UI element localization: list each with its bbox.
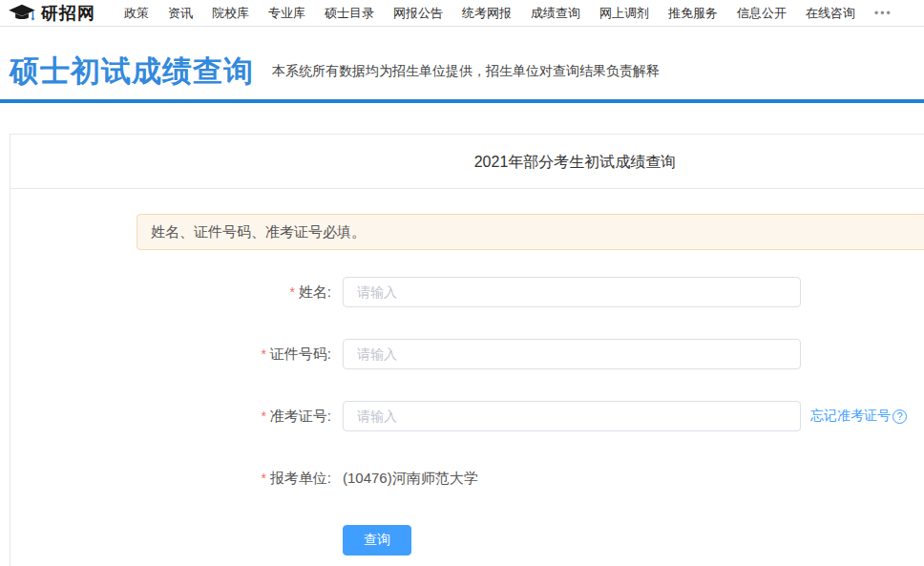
nav-item-info-disclosure[interactable]: 信息公开: [737, 5, 787, 22]
nav-item-policy[interactable]: 政策: [124, 5, 149, 22]
unit-label: *报考单位:: [10, 470, 331, 488]
nav-item-master-catalog[interactable]: 硕士目录: [325, 5, 374, 22]
required-asterisk: *: [261, 409, 265, 424]
nav-item-exempt-service[interactable]: 推免服务: [668, 5, 718, 22]
page-header: 硕士初试成绩查询 本系统所有数据均为招生单位提供，招生单位对查询结果负责解释: [0, 27, 924, 99]
graduation-cap-icon: [8, 3, 36, 24]
top-nav-menu: 政策 资讯 院校库 专业库 硕士目录 网报公告 统考网报 成绩查询 网上调剂 推…: [124, 5, 892, 22]
required-asterisk: *: [289, 284, 294, 300]
required-asterisk: *: [261, 471, 265, 486]
nav-item-colleges[interactable]: 院校库: [212, 5, 249, 22]
more-menu-icon[interactable]: •••: [874, 7, 892, 20]
nav-item-news[interactable]: 资讯: [168, 5, 193, 22]
form-row-name: *姓名:: [10, 277, 924, 307]
form-row-submit: 查询: [10, 525, 924, 556]
form-row-unit: *报考单位: (10476)河南师范大学: [10, 463, 924, 493]
unit-value: (10476)河南师范大学: [343, 470, 478, 488]
header-divider-line: [0, 99, 924, 103]
page-subtitle: 本系统所有数据均为招生单位提供，招生单位对查询结果负责解释: [272, 63, 660, 80]
form-row-id-number: *证件号码:: [10, 339, 924, 369]
score-query-panel: 2021年部分考生初试成绩查询 姓名、证件号码、准考证号必填。 *姓名: *证件…: [10, 134, 924, 566]
id-number-input[interactable]: [343, 339, 801, 369]
forgot-ticket-link[interactable]: 忘记准考证号?: [810, 408, 907, 425]
score-query-form: *姓名: *证件号码: *准考证号: 忘记准考证号? *报考单位: (10476…: [10, 277, 924, 556]
panel-title: 2021年部分考生初试成绩查询: [10, 135, 924, 189]
nav-item-online-consult[interactable]: 在线咨询: [806, 5, 855, 22]
name-input[interactable]: [343, 277, 801, 307]
required-asterisk: *: [261, 346, 265, 362]
name-label: *姓名:: [10, 283, 331, 302]
required-fields-notice: 姓名、证件号码、准考证号必填。: [136, 214, 924, 250]
nav-item-online-registration[interactable]: 统考网报: [462, 5, 512, 22]
site-logo[interactable]: 研招网: [8, 2, 95, 25]
nav-item-online-adjustment[interactable]: 网上调剂: [599, 5, 649, 22]
nav-item-announcements[interactable]: 网报公告: [393, 5, 443, 22]
id-number-label: *证件号码:: [10, 346, 331, 364]
ticket-input[interactable]: [343, 401, 801, 431]
top-navigation-bar: 研招网 政策 资讯 院校库 专业库 硕士目录 网报公告 统考网报 成绩查询 网上…: [0, 0, 924, 27]
page-title: 硕士初试成绩查询: [10, 52, 254, 92]
nav-item-score-query[interactable]: 成绩查询: [531, 5, 580, 22]
help-question-icon[interactable]: ?: [892, 409, 907, 424]
site-logo-text: 研招网: [41, 2, 95, 25]
form-row-ticket: *准考证号: 忘记准考证号?: [10, 401, 924, 431]
nav-item-majors[interactable]: 专业库: [268, 5, 305, 22]
ticket-label: *准考证号:: [10, 408, 331, 426]
query-button[interactable]: 查询: [343, 525, 411, 556]
